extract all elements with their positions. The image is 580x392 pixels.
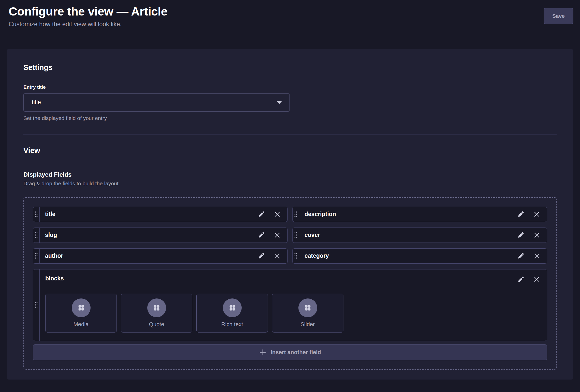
field-row[interactable]: description xyxy=(292,207,547,222)
pencil-icon xyxy=(517,252,524,259)
close-icon xyxy=(533,253,540,259)
close-icon xyxy=(533,211,540,218)
fields-dropzone: title xyxy=(23,197,557,370)
close-icon xyxy=(533,232,540,238)
field-row[interactable]: title xyxy=(33,207,288,222)
close-icon xyxy=(274,211,281,218)
drag-dots-icon xyxy=(294,211,298,217)
field-row[interactable]: category xyxy=(292,248,547,264)
field-name: title xyxy=(40,207,258,222)
entry-title-field: Entry title title Set the displayed fiel… xyxy=(23,84,290,121)
field-row[interactable]: cover xyxy=(292,228,547,243)
edit-field-button[interactable] xyxy=(517,211,524,218)
remove-field-button[interactable] xyxy=(533,232,540,238)
page-header-text: Configure the view — Article Customize h… xyxy=(9,4,167,28)
plus-icon xyxy=(259,349,267,356)
component-grid-icon xyxy=(228,304,236,312)
field-name: slug xyxy=(40,228,258,243)
pencil-icon xyxy=(517,276,524,283)
component-name: Media xyxy=(74,321,89,328)
component-name: Rich text xyxy=(221,321,243,328)
remove-field-button[interactable] xyxy=(274,232,281,238)
field-row[interactable]: author xyxy=(33,248,288,264)
dynamic-zone-content: blocks xyxy=(40,269,517,341)
component-icon-circle xyxy=(72,298,91,317)
drag-dots-icon xyxy=(294,232,298,238)
remove-field-button[interactable] xyxy=(533,211,540,218)
drag-dots-icon xyxy=(34,302,38,308)
component-name: Slider xyxy=(300,321,315,328)
configuration-card: Settings Entry title title Set the displ… xyxy=(7,49,573,380)
drag-dots-icon xyxy=(34,211,38,217)
entry-title-label: Entry title xyxy=(23,84,290,90)
drag-dots-icon xyxy=(294,253,298,259)
drag-handle[interactable] xyxy=(293,228,299,243)
entry-title-select-value: title xyxy=(32,99,41,106)
pencil-icon xyxy=(517,232,524,238)
insert-another-field-label: Insert another field xyxy=(271,349,321,356)
entry-title-select[interactable]: title xyxy=(23,93,290,112)
field-name: blocks xyxy=(45,275,517,282)
section-divider xyxy=(23,134,557,135)
save-button[interactable]: Save xyxy=(544,8,573,24)
settings-heading: Settings xyxy=(23,63,557,72)
remove-field-button[interactable] xyxy=(533,276,540,283)
pencil-icon xyxy=(258,252,265,259)
view-section: View Displayed Fields Drag & drop the fi… xyxy=(23,146,557,370)
edit-field-button[interactable] xyxy=(517,232,524,238)
view-heading: View xyxy=(23,146,557,155)
drag-handle[interactable] xyxy=(33,207,40,222)
close-icon xyxy=(533,276,540,283)
field-name: category xyxy=(299,249,517,263)
displayed-fields-title: Displayed Fields xyxy=(23,171,557,178)
page-subtitle: Customize how the edit view will look li… xyxy=(9,21,167,28)
page-header: Configure the view — Article Customize h… xyxy=(7,0,573,28)
edit-field-button[interactable] xyxy=(517,252,524,259)
pencil-icon xyxy=(258,232,265,238)
component-icon-circle xyxy=(147,298,166,317)
component-name: Quote xyxy=(149,321,164,328)
close-icon xyxy=(274,253,281,259)
edit-field-button[interactable] xyxy=(258,232,265,238)
settings-section: Settings Entry title title Set the displ… xyxy=(23,63,557,121)
remove-field-button[interactable] xyxy=(533,253,540,259)
component-grid-icon xyxy=(153,304,161,312)
edit-field-button[interactable] xyxy=(258,211,265,218)
component-list: Media xyxy=(45,294,517,333)
fields-grid: title xyxy=(33,207,547,264)
remove-field-button[interactable] xyxy=(274,253,281,259)
edit-field-button[interactable] xyxy=(258,252,265,259)
configure-view-page: Configure the view — Article Customize h… xyxy=(0,0,580,380)
field-row[interactable]: slug xyxy=(33,228,288,243)
pencil-icon xyxy=(258,211,265,218)
entry-title-hint: Set the displayed field of your entry xyxy=(23,115,290,121)
drag-handle[interactable] xyxy=(33,269,40,341)
drag-handle[interactable] xyxy=(33,228,40,243)
component-card[interactable]: Media xyxy=(45,294,117,333)
edit-field-button[interactable] xyxy=(517,276,524,283)
chevron-down-icon xyxy=(276,101,282,104)
dynamic-zone-row[interactable]: blocks xyxy=(33,269,547,341)
component-card[interactable]: Quote xyxy=(121,294,192,333)
component-grid-icon xyxy=(304,304,312,312)
component-card[interactable]: Slider xyxy=(272,294,343,333)
insert-another-field-button[interactable]: Insert another field xyxy=(33,344,547,360)
drag-handle[interactable] xyxy=(293,249,299,263)
component-grid-icon xyxy=(77,304,85,312)
page-title: Configure the view — Article xyxy=(9,4,167,19)
displayed-fields-subtitle: Drag & drop the fields to build the layo… xyxy=(23,180,557,187)
drag-dots-icon xyxy=(34,232,38,238)
remove-field-button[interactable] xyxy=(274,211,281,218)
field-name: cover xyxy=(299,228,517,243)
field-name: description xyxy=(299,207,517,222)
drag-handle[interactable] xyxy=(293,207,299,222)
component-icon-circle xyxy=(298,298,317,317)
close-icon xyxy=(274,232,281,238)
field-name: author xyxy=(40,249,258,263)
component-card[interactable]: Rich text xyxy=(196,294,268,333)
component-icon-circle xyxy=(223,298,242,317)
pencil-icon xyxy=(517,211,524,218)
drag-dots-icon xyxy=(34,253,38,259)
drag-handle[interactable] xyxy=(33,249,40,263)
